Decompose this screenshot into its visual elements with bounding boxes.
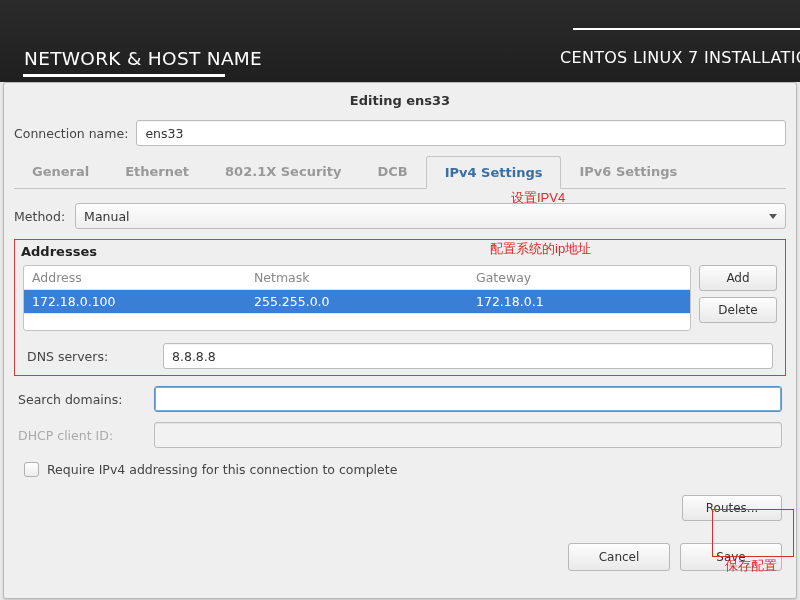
page-title: NETWORK & HOST NAME <box>24 48 262 69</box>
search-domains-input[interactable] <box>154 386 782 412</box>
routes-button[interactable]: Routes... <box>682 495 782 521</box>
tab-dcb[interactable]: DCB <box>359 156 425 188</box>
require-ipv4-checkbox[interactable] <box>24 462 39 477</box>
cell-gateway: 172.18.0.1 <box>468 290 690 313</box>
tab-8021x[interactable]: 802.1X Security <box>207 156 359 188</box>
dhcp-client-id-input <box>154 422 782 448</box>
method-label: Method: <box>14 209 65 224</box>
tab-general[interactable]: General <box>14 156 107 188</box>
addresses-title: Addresses <box>15 240 785 265</box>
annotation-addresses: 配置系统的ip地址 <box>490 240 591 258</box>
search-domains-label: Search domains: <box>18 392 148 407</box>
tab-ipv4-settings[interactable]: IPv4 Settings <box>426 156 562 189</box>
tab-ethernet[interactable]: Ethernet <box>107 156 207 188</box>
table-row[interactable]: 172.18.0.100 255.255.0.0 172.18.0.1 <box>24 290 690 313</box>
installer-product: CENTOS LINUX 7 INSTALLATIO <box>560 48 800 67</box>
table-row-empty[interactable] <box>24 313 690 330</box>
dialog-title: Editing ens33 <box>4 83 796 116</box>
col-netmask: Netmask <box>246 266 468 290</box>
annotation-ipv4: 设置IPV4 <box>511 189 565 207</box>
cell-address: 172.18.0.100 <box>24 290 246 313</box>
connection-name-label: Connection name: <box>14 126 128 141</box>
installer-header: NETWORK & HOST NAME CENTOS LINUX 7 INSTA… <box>0 0 800 82</box>
cancel-button[interactable]: Cancel <box>568 543 670 571</box>
method-select[interactable]: Manual <box>75 203 786 229</box>
require-ipv4-label: Require IPv4 addressing for this connect… <box>47 462 397 477</box>
col-gateway: Gateway <box>468 266 690 290</box>
dns-servers-label: DNS servers: <box>27 349 157 364</box>
addresses-section: Addresses Address Netmask Gateway 172.18… <box>14 239 786 376</box>
col-address: Address <box>24 266 246 290</box>
addresses-table[interactable]: Address Netmask Gateway 172.18.0.100 255… <box>23 265 691 331</box>
chevron-down-icon <box>769 214 777 219</box>
title-underline <box>23 74 225 77</box>
header-divider <box>573 28 800 30</box>
method-value: Manual <box>84 209 129 224</box>
dns-servers-input[interactable] <box>163 343 773 369</box>
tab-ipv6-settings[interactable]: IPv6 Settings <box>561 156 695 188</box>
connection-name-input[interactable] <box>136 120 786 146</box>
table-header: Address Netmask Gateway <box>24 266 690 290</box>
edit-connection-dialog: Editing ens33 Connection name: General E… <box>3 82 797 599</box>
delete-button[interactable]: Delete <box>699 297 777 323</box>
add-button[interactable]: Add <box>699 265 777 291</box>
settings-tabs: General Ethernet 802.1X Security DCB IPv… <box>14 156 786 189</box>
cell-netmask: 255.255.0.0 <box>246 290 468 313</box>
dhcp-client-id-label: DHCP client ID: <box>18 428 148 443</box>
annotation-save: 保存配置 <box>725 557 777 575</box>
